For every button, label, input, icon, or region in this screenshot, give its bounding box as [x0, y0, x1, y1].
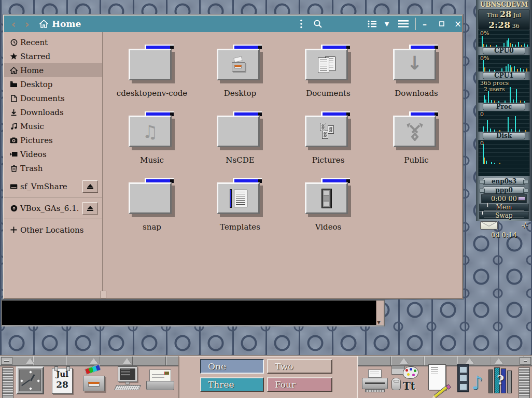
scrollbar-down-arrow-icon[interactable]: ▼	[377, 320, 381, 325]
folder-icon[interactable]	[305, 178, 352, 217]
sidebar-item-recent[interactable]: Recent	[4, 35, 102, 49]
cpu0-caption[interactable]: CPU0	[483, 47, 525, 54]
text-editor-icon	[425, 364, 450, 394]
folder-icon	[9, 80, 18, 89]
document-icon	[9, 94, 18, 103]
maximize-button[interactable]	[435, 16, 449, 32]
sidebar-item-home[interactable]: Home	[4, 63, 102, 77]
folder-item-downloads[interactable]: ↓Downloads	[372, 45, 460, 111]
gkrellm-hostname: UBNSCDEVM	[478, 0, 530, 9]
sidebar-item-label: Music	[20, 122, 44, 131]
timer-button[interactable]	[518, 196, 525, 201]
download-icon	[9, 108, 18, 117]
sidebar-item-label: Other Locations	[20, 225, 83, 235]
folder-icon[interactable]	[305, 111, 352, 150]
folder-icon[interactable]: ♫	[129, 111, 175, 150]
eject-button[interactable]	[82, 202, 98, 215]
folder-grid: cdesktopenv-codeDesktopDocuments↓Downloa…	[108, 45, 462, 245]
file-view[interactable]: cdesktopenv-codeDesktopDocuments↓Downloa…	[103, 32, 462, 298]
workspace-button-one[interactable]: One	[200, 359, 264, 374]
sidebar-resize-grip[interactable]	[101, 291, 106, 298]
net-timer[interactable]: 0:00 00	[481, 194, 527, 203]
folder-item-public[interactable]: Public	[372, 111, 460, 178]
folder-icon[interactable]	[217, 178, 263, 217]
titlebar[interactable]: ‹ › Home ▼ – ×	[4, 16, 462, 32]
disk-caption[interactable]: Disk	[483, 132, 525, 139]
folder-item-videos[interactable]: Videos	[284, 178, 372, 245]
swap-meter[interactable]: Swap	[479, 212, 529, 219]
workspace-button-four[interactable]: Four	[267, 377, 332, 392]
gkrellm-date-num: 28	[500, 9, 511, 19]
terminal-screen[interactable]	[2, 301, 376, 325]
workspace-button-three[interactable]: Three	[200, 377, 264, 392]
back-button[interactable]: ‹	[7, 16, 20, 32]
net-chart	[478, 164, 530, 176]
folder-item-music[interactable]: ♫Music	[108, 111, 196, 178]
sidebar-item-trash[interactable]: Trash	[4, 161, 102, 175]
folder-icon[interactable]	[217, 111, 263, 150]
video-icon	[9, 150, 18, 159]
text-editor-launcher[interactable]	[425, 364, 450, 394]
drive-icon	[9, 182, 18, 191]
workspace-button-two[interactable]: Two	[267, 359, 332, 374]
minimize-button[interactable]: –	[418, 16, 431, 32]
sidebar-item-pictures[interactable]: Pictures	[4, 133, 102, 147]
folder-label: Templates	[220, 222, 260, 232]
hamburger-menu-icon[interactable]	[397, 16, 410, 32]
folder-icon[interactable]	[129, 45, 175, 83]
sidebar-item-videos[interactable]: Videos	[4, 147, 102, 161]
folder-item-pictures[interactable]: Pictures	[284, 111, 372, 178]
folder-item-nscde[interactable]: NsCDE	[196, 111, 284, 178]
gkrellm-seconds: 36	[512, 23, 520, 30]
envelope-icon	[480, 221, 498, 230]
sidebar-item-documents[interactable]: Documents	[4, 91, 102, 105]
home-icon	[39, 20, 48, 28]
mem-meter[interactable]: Mem	[479, 204, 529, 211]
list-view-icon[interactable]	[366, 16, 379, 32]
eject-button[interactable]	[82, 180, 98, 193]
sidebar-item-downloads[interactable]: Downloads	[4, 105, 102, 119]
sidebar-item-label: sf_VmShare	[20, 182, 67, 191]
media-player-launcher[interactable]: ♪	[456, 364, 483, 394]
folder-icon[interactable]	[393, 111, 440, 150]
sidebar-item-other-locations[interactable]: Other Locations	[4, 223, 102, 237]
sidebar-item-sf-vmshare[interactable]: sf_VmShare	[4, 179, 102, 193]
terminal-scrollbar[interactable]: ▼	[376, 301, 384, 325]
folder-item-templates[interactable]: Templates	[196, 178, 284, 245]
workspace-buttons: OneTwoThreeFour	[0, 356, 532, 398]
titlebar-separator	[415, 18, 416, 30]
sidebar: RecentStarredHomeDesktopDocumentsDownloa…	[4, 32, 103, 298]
sidebar-separator	[4, 219, 102, 219]
help-launcher[interactable]: ?	[488, 366, 514, 393]
folder-icon[interactable]: ↓	[393, 45, 440, 83]
close-button[interactable]: ×	[451, 16, 465, 32]
sidebar-item-vbox-gas-6-1-34[interactable]: VBox_GAs_6.1.34	[4, 201, 102, 215]
net1-caption[interactable]: enp0s3	[483, 178, 525, 185]
style-manager-launcher[interactable]: Tt	[390, 364, 418, 393]
mail-monitor[interactable]: -/-	[478, 220, 530, 231]
proc2-chart: 0	[478, 111, 530, 132]
sidebar-item-starred[interactable]: Starred	[4, 49, 102, 63]
cpu1-caption[interactable]: CPU1	[483, 72, 525, 79]
swap-bar	[484, 218, 524, 218]
search-icon[interactable]	[311, 16, 325, 32]
proc-caption[interactable]: Proc	[483, 103, 525, 110]
folder-icon[interactable]	[305, 45, 352, 83]
folder-icon[interactable]	[129, 178, 175, 217]
folder-item-desktop[interactable]: Desktop	[196, 45, 284, 111]
forward-button[interactable]: ›	[21, 16, 33, 32]
sidebar-item-music[interactable]: Music	[4, 119, 102, 133]
folder-label: Desktop	[224, 89, 256, 98]
folder-item-cdesktopenv-code[interactable]: cdesktopenv-code	[108, 45, 196, 111]
kebab-menu-icon[interactable]	[295, 16, 307, 32]
folder-item-snap[interactable]: snap	[108, 178, 196, 245]
folder-item-documents[interactable]: Documents	[284, 45, 372, 111]
printer-launcher[interactable]	[362, 369, 388, 392]
sidebar-item-desktop[interactable]: Desktop	[4, 77, 102, 91]
chevron-down-icon[interactable]: ▼	[381, 16, 393, 32]
net2-caption[interactable]: ppp0	[483, 187, 525, 194]
folder-icon[interactable]	[217, 45, 263, 83]
mem-bar	[484, 210, 524, 210]
gkrellm-time: 2:28	[488, 20, 510, 30]
terminal-window[interactable]: ▼	[1, 300, 385, 326]
